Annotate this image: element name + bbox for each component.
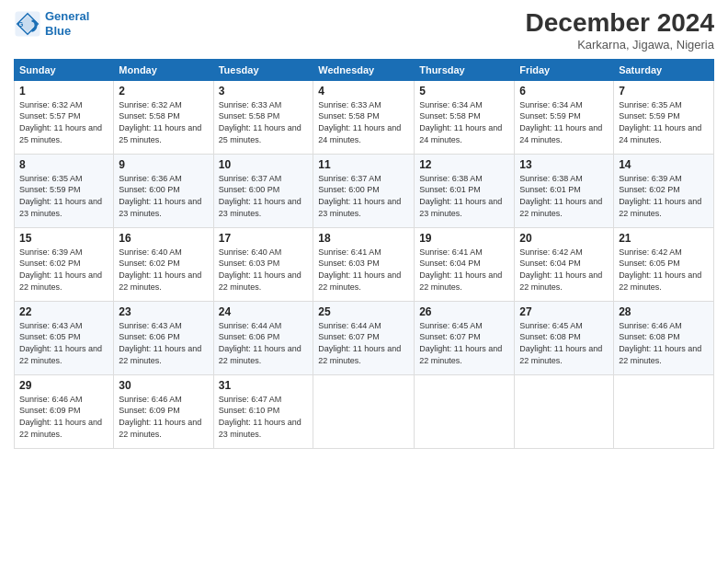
calendar-cell: 18Sunrise: 6:41 AMSunset: 6:03 PMDayligh… — [313, 227, 415, 301]
day-number: 8 — [19, 158, 108, 171]
day-info: Sunrise: 6:38 AMSunset: 6:01 PMDaylight:… — [419, 173, 509, 219]
calendar-cell: 6Sunrise: 6:34 AMSunset: 5:59 PMDaylight… — [515, 80, 614, 154]
day-info: Sunrise: 6:38 AMSunset: 6:01 PMDaylight:… — [519, 173, 609, 219]
day-info: Sunrise: 6:46 AMSunset: 6:08 PMDaylight:… — [619, 320, 709, 366]
day-info: Sunrise: 6:45 AMSunset: 6:08 PMDaylight:… — [519, 320, 609, 366]
day-info: Sunrise: 6:43 AMSunset: 6:06 PMDaylight:… — [119, 320, 208, 366]
day-number: 21 — [619, 232, 709, 245]
week-row-5: 29Sunrise: 6:46 AMSunset: 6:09 PMDayligh… — [15, 374, 714, 448]
day-info: Sunrise: 6:43 AMSunset: 6:05 PMDaylight:… — [19, 320, 108, 366]
calendar-cell: 26Sunrise: 6:45 AMSunset: 6:07 PMDayligh… — [415, 301, 515, 374]
calendar-cell: 14Sunrise: 6:39 AMSunset: 6:02 PMDayligh… — [614, 154, 714, 227]
day-number: 27 — [519, 305, 609, 318]
calendar-cell: 8Sunrise: 6:35 AMSunset: 5:59 PMDaylight… — [15, 154, 114, 227]
calendar-cell: 11Sunrise: 6:37 AMSunset: 6:00 PMDayligh… — [313, 154, 415, 227]
calendar-cell: 10Sunrise: 6:37 AMSunset: 6:00 PMDayligh… — [213, 154, 313, 227]
day-number: 12 — [419, 158, 509, 171]
day-info: Sunrise: 6:41 AMSunset: 6:03 PMDaylight:… — [318, 247, 409, 293]
header: G General Blue December 2024 Karkarna, J… — [14, 9, 714, 52]
day-info: Sunrise: 6:36 AMSunset: 6:00 PMDaylight:… — [119, 173, 208, 219]
calendar-cell: 30Sunrise: 6:46 AMSunset: 6:09 PMDayligh… — [114, 374, 213, 448]
logo-icon: G — [14, 10, 41, 38]
day-info: Sunrise: 6:35 AMSunset: 5:59 PMDaylight:… — [19, 173, 108, 219]
weekday-saturday: Saturday — [614, 59, 714, 80]
day-number: 31 — [219, 379, 309, 392]
week-row-1: 1Sunrise: 6:32 AMSunset: 5:57 PMDaylight… — [15, 80, 714, 154]
week-row-2: 8Sunrise: 6:35 AMSunset: 5:59 PMDaylight… — [15, 154, 714, 227]
svg-text:G: G — [18, 20, 24, 29]
location: Karkarna, Jigawa, Nigeria — [526, 38, 714, 52]
calendar-cell: 29Sunrise: 6:46 AMSunset: 6:09 PMDayligh… — [15, 374, 114, 448]
day-info: Sunrise: 6:41 AMSunset: 6:04 PMDaylight:… — [419, 247, 509, 293]
day-number: 19 — [419, 232, 509, 245]
weekday-sunday: Sunday — [15, 59, 114, 80]
day-number: 11 — [318, 158, 409, 171]
day-number: 4 — [318, 85, 409, 98]
calendar-cell: 15Sunrise: 6:39 AMSunset: 6:02 PMDayligh… — [15, 227, 114, 301]
day-info: Sunrise: 6:39 AMSunset: 6:02 PMDaylight:… — [19, 247, 108, 293]
day-info: Sunrise: 6:34 AMSunset: 5:58 PMDaylight:… — [419, 99, 509, 145]
day-info: Sunrise: 6:44 AMSunset: 6:06 PMDaylight:… — [219, 320, 309, 366]
title-block: December 2024 Karkarna, Jigawa, Nigeria — [526, 9, 714, 52]
day-number: 28 — [619, 305, 709, 318]
calendar-cell — [415, 374, 515, 448]
day-number: 30 — [119, 379, 208, 392]
calendar-cell: 20Sunrise: 6:42 AMSunset: 6:04 PMDayligh… — [515, 227, 614, 301]
day-info: Sunrise: 6:40 AMSunset: 6:03 PMDaylight:… — [219, 247, 309, 293]
weekday-friday: Friday — [515, 59, 614, 80]
calendar-cell: 7Sunrise: 6:35 AMSunset: 5:59 PMDaylight… — [614, 80, 714, 154]
calendar-cell: 2Sunrise: 6:32 AMSunset: 5:58 PMDaylight… — [114, 80, 213, 154]
weekday-header-row: SundayMondayTuesdayWednesdayThursdayFrid… — [15, 59, 714, 80]
calendar-cell — [313, 374, 415, 448]
day-info: Sunrise: 6:44 AMSunset: 6:07 PMDaylight:… — [318, 320, 409, 366]
calendar-cell: 31Sunrise: 6:47 AMSunset: 6:10 PMDayligh… — [213, 374, 313, 448]
day-info: Sunrise: 6:34 AMSunset: 5:59 PMDaylight:… — [519, 99, 609, 145]
calendar-cell: 13Sunrise: 6:38 AMSunset: 6:01 PMDayligh… — [515, 154, 614, 227]
calendar-cell: 12Sunrise: 6:38 AMSunset: 6:01 PMDayligh… — [415, 154, 515, 227]
day-number: 18 — [318, 232, 409, 245]
day-number: 7 — [619, 85, 709, 98]
day-number: 13 — [519, 158, 609, 171]
logo-text: General Blue — [45, 9, 89, 38]
day-number: 5 — [419, 85, 509, 98]
calendar-cell: 28Sunrise: 6:46 AMSunset: 6:08 PMDayligh… — [614, 301, 714, 374]
day-number: 25 — [318, 305, 409, 318]
day-info: Sunrise: 6:45 AMSunset: 6:07 PMDaylight:… — [419, 320, 509, 366]
page: G General Blue December 2024 Karkarna, J… — [0, 0, 728, 563]
calendar-cell: 22Sunrise: 6:43 AMSunset: 6:05 PMDayligh… — [15, 301, 114, 374]
day-info: Sunrise: 6:42 AMSunset: 6:05 PMDaylight:… — [619, 247, 709, 293]
day-number: 15 — [19, 232, 108, 245]
day-info: Sunrise: 6:47 AMSunset: 6:10 PMDaylight:… — [219, 394, 309, 440]
day-number: 22 — [19, 305, 108, 318]
day-number: 14 — [619, 158, 709, 171]
calendar-cell: 21Sunrise: 6:42 AMSunset: 6:05 PMDayligh… — [614, 227, 714, 301]
day-number: 24 — [219, 305, 309, 318]
calendar-cell: 5Sunrise: 6:34 AMSunset: 5:58 PMDaylight… — [415, 80, 515, 154]
calendar-cell — [614, 374, 714, 448]
calendar-cell: 16Sunrise: 6:40 AMSunset: 6:02 PMDayligh… — [114, 227, 213, 301]
calendar-cell: 27Sunrise: 6:45 AMSunset: 6:08 PMDayligh… — [515, 301, 614, 374]
month-title: December 2024 — [526, 9, 714, 38]
calendar-cell: 3Sunrise: 6:33 AMSunset: 5:58 PMDaylight… — [213, 80, 313, 154]
day-number: 29 — [19, 379, 108, 392]
calendar-cell: 17Sunrise: 6:40 AMSunset: 6:03 PMDayligh… — [213, 227, 313, 301]
calendar-cell: 9Sunrise: 6:36 AMSunset: 6:00 PMDaylight… — [114, 154, 213, 227]
day-info: Sunrise: 6:46 AMSunset: 6:09 PMDaylight:… — [19, 394, 108, 440]
calendar-table: SundayMondayTuesdayWednesdayThursdayFrid… — [14, 59, 714, 449]
day-number: 16 — [119, 232, 208, 245]
calendar-cell: 1Sunrise: 6:32 AMSunset: 5:57 PMDaylight… — [15, 80, 114, 154]
day-number: 10 — [219, 158, 309, 171]
calendar-cell: 23Sunrise: 6:43 AMSunset: 6:06 PMDayligh… — [114, 301, 213, 374]
day-number: 20 — [519, 232, 609, 245]
day-number: 2 — [119, 85, 208, 98]
day-info: Sunrise: 6:37 AMSunset: 6:00 PMDaylight:… — [318, 173, 409, 219]
day-number: 9 — [119, 158, 208, 171]
day-number: 23 — [119, 305, 208, 318]
calendar-cell: 19Sunrise: 6:41 AMSunset: 6:04 PMDayligh… — [415, 227, 515, 301]
week-row-3: 15Sunrise: 6:39 AMSunset: 6:02 PMDayligh… — [15, 227, 714, 301]
day-info: Sunrise: 6:37 AMSunset: 6:00 PMDaylight:… — [219, 173, 309, 219]
day-number: 6 — [519, 85, 609, 98]
weekday-thursday: Thursday — [415, 59, 515, 80]
day-info: Sunrise: 6:32 AMSunset: 5:58 PMDaylight:… — [119, 99, 208, 145]
calendar-cell — [515, 374, 614, 448]
